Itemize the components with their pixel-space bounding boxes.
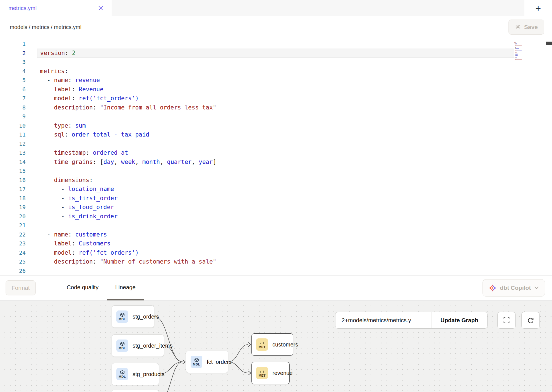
bottom-toolbar: Format Code quality Lineage dbt Copilot	[0, 275, 552, 301]
toolbar-divider	[43, 276, 43, 300]
line-number: 26	[0, 266, 26, 276]
code-line[interactable]: - location_name	[37, 185, 514, 194]
model-icon: MDL	[191, 356, 202, 368]
code-line[interactable]: - name: customers	[37, 230, 514, 239]
code-line[interactable]: label: Revenue	[37, 85, 514, 94]
node-label: stg_order_items	[133, 343, 172, 349]
lineage-node-customers[interactable]: METcustomers	[251, 333, 293, 356]
line-number: 14	[0, 157, 26, 167]
lineage-node-stg_products[interactable]: MDLstg_products	[112, 363, 159, 385]
format-button[interactable]: Format	[6, 280, 36, 295]
code-line[interactable]	[37, 58, 514, 67]
line-number: 24	[0, 248, 26, 257]
code-line[interactable]: description: "Number of customers with a…	[37, 257, 514, 266]
line-number: 9	[0, 112, 26, 121]
model-icon: MDL	[116, 340, 128, 352]
tab-strip-empty-area	[112, 0, 524, 16]
line-number: 11	[0, 130, 26, 139]
lineage-filter-group: Update Graph	[335, 312, 488, 329]
code-line[interactable]: - name: revenue	[37, 76, 514, 85]
code-line[interactable]: time_grains: [day, week, month, quarter,…	[37, 157, 514, 167]
code-line[interactable]: - is_food_order	[37, 203, 514, 212]
node-label: fct_orders	[207, 359, 232, 365]
code-line[interactable]	[37, 139, 514, 149]
editor-lines: version: 2metrics: - name: revenue label…	[0, 38, 552, 275]
lineage-filter-input[interactable]	[335, 312, 431, 328]
node-label: stg_orders	[133, 314, 159, 320]
code-line[interactable]: description: "Income from all orders les…	[37, 103, 514, 112]
line-number: 10	[0, 121, 26, 130]
overview-ruler-cursor-marker	[546, 42, 552, 45]
chevron-down-icon	[534, 286, 539, 289]
code-line[interactable]: dimensions:	[37, 176, 514, 185]
code-line[interactable]: - is_drink_order	[37, 212, 514, 221]
tab-lineage[interactable]: Lineage	[107, 276, 144, 300]
line-number: 5	[0, 76, 26, 85]
code-line[interactable]	[37, 166, 514, 176]
code-line[interactable]: timestamp: ordered_at	[37, 148, 514, 157]
editor-minimap[interactable]	[514, 40, 532, 62]
toolbar-tabs: Code quality Lineage	[58, 276, 144, 300]
line-number: 15	[0, 166, 26, 176]
node-label: customers	[272, 341, 298, 348]
code-line[interactable]	[37, 266, 514, 276]
lineage-node-stg_orders[interactable]: MDLstg_orders	[112, 305, 154, 328]
line-number: 4	[0, 67, 26, 76]
lineage-node-offscreen_model[interactable]: MDL	[112, 390, 159, 392]
line-number: 18	[0, 194, 26, 203]
metric-icon: MET	[256, 367, 268, 379]
code-line[interactable]: label: Customers	[37, 239, 514, 248]
dbt-copilot-button[interactable]: dbt Copilot	[483, 279, 545, 297]
lineage-node-fct_orders[interactable]: MDLfct_orders	[186, 351, 228, 373]
code-line[interactable]	[37, 221, 514, 230]
refresh-icon	[527, 317, 534, 324]
save-button[interactable]: Save	[508, 20, 544, 35]
tab-code-quality[interactable]: Code quality	[58, 276, 107, 300]
line-number: 6	[0, 85, 26, 94]
line-number: 22	[0, 230, 26, 239]
code-line[interactable]: metrics:	[37, 67, 514, 76]
line-number: 17	[0, 185, 26, 194]
close-tab-icon[interactable]	[98, 6, 103, 11]
line-number: 12	[0, 139, 26, 149]
code-line[interactable]	[37, 112, 514, 121]
save-icon	[515, 24, 521, 30]
new-tab-button[interactable]: +	[536, 3, 541, 13]
code-line[interactable]: model: ref('fct_orders')	[37, 94, 514, 103]
dbt-ide-window: { "window": { "new_tab_label": "+" }, "t…	[0, 0, 552, 392]
code-line[interactable]	[37, 39, 514, 49]
code-line[interactable]: model: ref('fct_orders')	[37, 248, 514, 257]
line-number: 21	[0, 221, 26, 230]
dbt-copilot-label: dbt Copilot	[500, 285, 531, 291]
model-icon: MDL	[116, 310, 128, 323]
node-label: stg_products	[133, 371, 165, 377]
line-number: 7	[0, 94, 26, 103]
node-label: revenue	[272, 370, 292, 376]
line-number: 8	[0, 103, 26, 112]
line-number: 3	[0, 58, 26, 67]
dbt-logo-icon	[489, 284, 496, 292]
breadcrumb-row: models / metrics / metrics.yml Save	[0, 16, 552, 38]
lineage-node-stg_order_items[interactable]: MDLstg_order_items	[112, 334, 164, 357]
new-tab-zone: +	[524, 0, 552, 16]
editor-gutter: 1234567891011121314151617181920212223242…	[0, 38, 26, 275]
tab-strip: metrics.yml +	[0, 0, 552, 16]
code-editor[interactable]: version: 2metrics: - name: revenue label…	[0, 38, 552, 275]
refresh-button[interactable]	[521, 312, 540, 329]
update-graph-button[interactable]: Update Graph	[431, 312, 487, 328]
breadcrumb: models / metrics / metrics.yml	[10, 24, 81, 30]
lineage-canvas[interactable]: MDLstg_ordersMDLstg_order_itemsMDLstg_pr…	[0, 301, 552, 392]
line-number: 19	[0, 203, 26, 212]
lineage-node-revenue[interactable]: METrevenue	[251, 362, 290, 384]
model-icon: MDL	[116, 368, 128, 380]
line-number: 20	[0, 212, 26, 221]
line-number: 2	[0, 49, 26, 58]
tab-metrics-yml[interactable]: metrics.yml	[0, 0, 112, 16]
code-line[interactable]: sql: order_total - tax_paid	[37, 130, 514, 139]
metric-icon: MET	[256, 338, 268, 351]
save-label: Save	[524, 24, 538, 30]
code-line[interactable]: - is_first_order	[37, 194, 514, 203]
code-line[interactable]: type: sum	[37, 121, 514, 130]
code-line[interactable]: version: 2	[37, 49, 514, 58]
fullscreen-button[interactable]	[497, 312, 516, 329]
